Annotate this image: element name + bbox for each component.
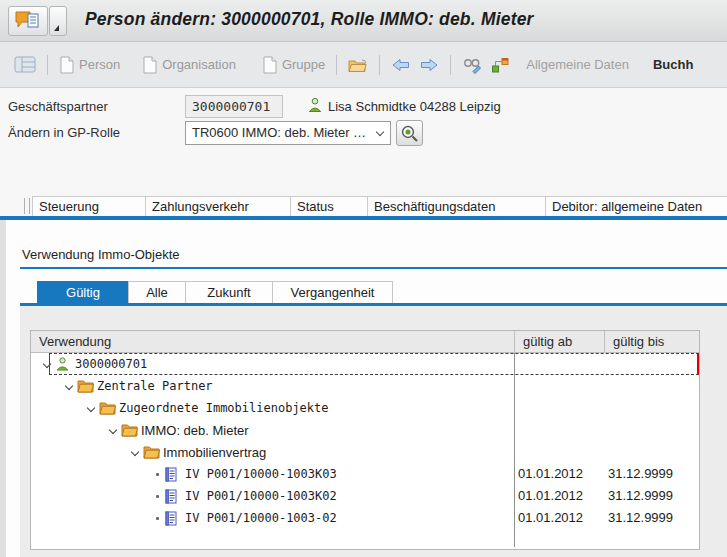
tree-row[interactable]: Immobilienvertrag: [31, 441, 699, 463]
tab-main-0[interactable]: Steuerung: [32, 196, 145, 216]
column-header-valid-to[interactable]: gültig bis: [604, 331, 699, 353]
tree-row[interactable]: Zugeordnete Immobilienobjekte: [31, 397, 699, 419]
tree-row[interactable]: IV P001/10000-1003K0301.01.201231.12.999…: [31, 463, 699, 485]
document-icon: [165, 467, 185, 482]
column-header-verwendung[interactable]: Verwendung: [31, 331, 514, 353]
tree-node-label[interactable]: IV P001/10000-1003-02: [185, 511, 337, 525]
bullet-icon: [149, 495, 165, 498]
magnifier-icon: [400, 124, 419, 143]
section-title: Verwendung Immo-Objekte: [22, 247, 180, 262]
tree-indent: [31, 386, 61, 387]
tab-main-1[interactable]: Zahlungsverkehr: [145, 196, 290, 216]
expand-chevron-icon[interactable]: [39, 361, 55, 367]
new-document-icon: [262, 56, 277, 74]
chevron-down-icon: [376, 128, 384, 136]
expand-chevron-icon[interactable]: [83, 405, 99, 411]
folder-icon: [143, 445, 163, 459]
tree-indent: [31, 364, 39, 365]
tree-node-label[interactable]: IMMO: deb. Mieter: [141, 423, 249, 438]
valid-from-value: 01.01.2012: [518, 510, 583, 525]
tree-node-label[interactable]: 3000000701: [75, 357, 147, 371]
buchhaltung-button[interactable]: Buchh: [653, 57, 693, 72]
tree-indent: [31, 452, 127, 453]
person-icon: [55, 356, 75, 372]
tree-node-label[interactable]: IV P001/10000-1003K02: [185, 489, 337, 503]
display-role-button[interactable]: [396, 120, 423, 146]
toolbar-separator: [379, 55, 380, 75]
tree-row[interactable]: 3000000701: [31, 353, 699, 375]
tree-node-label[interactable]: Immobilienvertrag: [163, 445, 266, 460]
valid-to-value: 31.12.9999: [608, 488, 673, 503]
relationships-button[interactable]: [487, 54, 514, 76]
create-organisation-button[interactable]: Organisation: [138, 54, 240, 76]
folder-icon: [121, 423, 141, 437]
next-button[interactable]: [415, 55, 443, 75]
tabstrip-handle[interactable]: [24, 198, 30, 214]
tab-main-4[interactable]: Debitor: allgemeine Daten: [545, 196, 727, 216]
expand-chevron-icon[interactable]: [127, 449, 143, 455]
document-icon: [165, 511, 185, 526]
locator-grid-icon: [14, 56, 36, 73]
role-label: Ändern in GP-Rolle: [8, 125, 120, 140]
valid-from-value: 01.01.2012: [518, 488, 583, 503]
subtabstrip: GültigAlleZukunftVergangenheit: [37, 281, 393, 303]
valid-to-value: 31.12.9999: [608, 466, 673, 481]
main-tabstrip-row: SteuerungZahlungsverkehrStatusBeschäftig…: [0, 196, 727, 216]
bullet-icon: [149, 473, 165, 476]
usage-tree-table: Verwendung gültig ab gültig bis 30000007…: [30, 330, 700, 550]
relationships-icon: [491, 56, 510, 74]
subtab-0[interactable]: Gültig: [37, 281, 128, 303]
new-document-icon: [142, 56, 157, 74]
tree-indent: [31, 474, 149, 475]
subtab-3[interactable]: Vergangenheit: [272, 281, 393, 303]
arrow-right-icon: [419, 57, 439, 73]
glasses-pencil-icon: [462, 56, 483, 74]
allgemeine-daten-button[interactable]: Allgemeine Daten: [526, 57, 629, 72]
toolbar-separator: [47, 55, 48, 75]
person-icon: [307, 97, 323, 113]
open-button[interactable]: [344, 54, 372, 75]
page-title: Person ändern: 3000000701, Rolle IMMO: d…: [85, 9, 534, 30]
tree-node-label[interactable]: Zugeordnete Immobilienobjekte: [119, 401, 329, 415]
tree-row[interactable]: Zentrale Partner: [31, 375, 699, 397]
menu-triangle-icon: [54, 25, 59, 31]
create-gruppe-label: Gruppe: [282, 57, 325, 72]
previous-button[interactable]: [387, 55, 415, 75]
display-change-button[interactable]: [458, 54, 487, 76]
folder-icon: [77, 379, 97, 393]
tree-body: 3000000701Zentrale PartnerZugeordnete Im…: [31, 353, 699, 549]
column-header-valid-from[interactable]: gültig ab: [514, 331, 604, 353]
expand-chevron-icon[interactable]: [105, 427, 121, 433]
bullet-icon: [149, 517, 165, 520]
tree-row[interactable]: IV P001/10000-1003K0201.01.201231.12.999…: [31, 485, 699, 507]
tab-main-2[interactable]: Status: [290, 196, 367, 216]
create-organisation-label: Organisation: [162, 57, 236, 72]
locator-toggle-button[interactable]: [10, 54, 40, 75]
toolbar-separator: [336, 55, 337, 75]
tree-row[interactable]: IMMO: deb. Mieter: [31, 419, 699, 441]
tree-node-label[interactable]: IV P001/10000-1003K03: [185, 467, 337, 481]
header-form-area: Geschäftspartner Lisa Schmidtke 04288 Le…: [0, 88, 727, 220]
partner-input[interactable]: [185, 95, 283, 118]
services-for-object-button[interactable]: [8, 6, 48, 36]
tree-row[interactable]: IV P001/10000-1003-0201.01.201231.12.999…: [31, 507, 699, 529]
create-person-label: Person: [79, 57, 120, 72]
create-gruppe-button[interactable]: Gruppe: [258, 54, 329, 76]
toolbar-separator: [450, 55, 451, 75]
section-underline: [20, 267, 727, 269]
expand-chevron-icon[interactable]: [61, 383, 77, 389]
tab-main-3[interactable]: Beschäftigungsdaten: [367, 196, 545, 216]
tree-indent: [31, 496, 149, 497]
role-dropdown[interactable]: TR0600 IMMO: deb. Mieter …: [185, 121, 391, 145]
tree-node-label[interactable]: Zentrale Partner: [97, 379, 213, 393]
role-dropdown-value: TR0600 IMMO: deb. Mieter …: [192, 125, 366, 140]
document-icon: [165, 489, 185, 504]
new-document-icon: [59, 56, 74, 74]
tree-indent: [31, 408, 83, 409]
subtab-1[interactable]: Alle: [128, 281, 185, 303]
title-bar: Person ändern: 3000000701, Rolle IMMO: d…: [0, 0, 727, 42]
tree-indent: [31, 518, 149, 519]
subtab-2[interactable]: Zukunft: [185, 281, 272, 303]
create-person-button[interactable]: Person: [55, 54, 124, 76]
services-for-object-menu-button[interactable]: [49, 6, 67, 36]
